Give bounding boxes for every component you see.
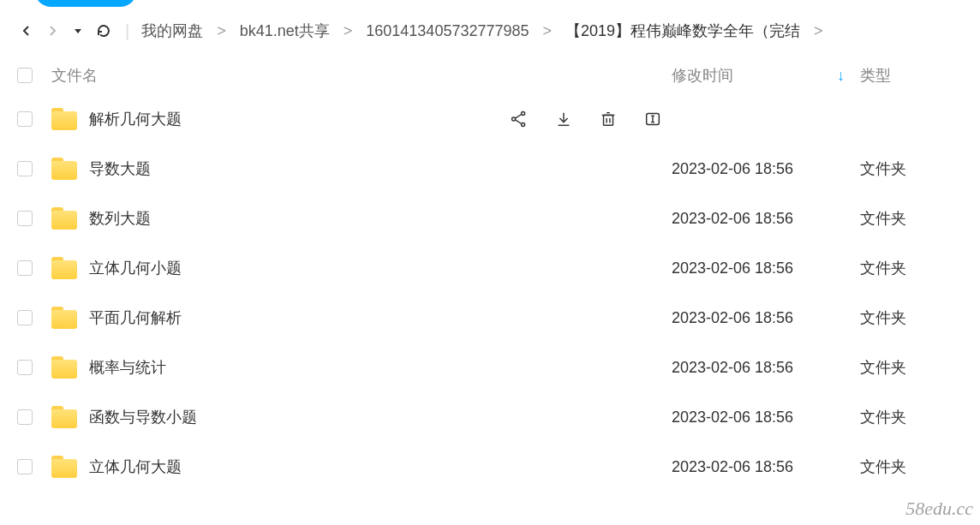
- file-type: 文件夹: [860, 158, 906, 179]
- svg-line-4: [515, 115, 521, 119]
- file-row[interactable]: 导数大题2023-02-06 18:56文件夹: [0, 144, 980, 194]
- file-type: 文件夹: [860, 258, 906, 278]
- rename-icon[interactable]: [642, 109, 663, 129]
- delete-icon[interactable]: [598, 109, 618, 129]
- chevron-right-icon: >: [543, 22, 553, 40]
- file-name: 立体几何大题: [89, 456, 182, 477]
- svg-point-2: [522, 112, 525, 116]
- download-icon[interactable]: [553, 109, 574, 129]
- breadcrumb-item[interactable]: 1601413405732777985: [366, 22, 529, 40]
- file-time: 2023-02-06 18:56: [672, 309, 793, 327]
- divider: |: [125, 21, 129, 41]
- file-time: 2023-02-06 18:56: [672, 210, 793, 228]
- column-header-time[interactable]: 修改时间 ↓: [672, 65, 860, 86]
- file-name: 导数大题: [89, 158, 151, 179]
- file-type: 文件夹: [860, 407, 906, 427]
- row-checkbox[interactable]: [17, 211, 33, 226]
- file-row[interactable]: 立体几何小题2023-02-06 18:56文件夹: [0, 243, 980, 293]
- file-time: 2023-02-06 18:56: [672, 160, 793, 178]
- chevron-right-icon: >: [217, 22, 226, 40]
- breadcrumb-root[interactable]: 我的网盘: [141, 21, 203, 41]
- row-checkbox[interactable]: [17, 459, 33, 474]
- column-header-name[interactable]: 文件名: [51, 65, 672, 86]
- watermark: 58edu.cc: [905, 498, 973, 520]
- row-checkbox[interactable]: [17, 310, 33, 325]
- navigation-bar: | 我的网盘 > bk41.net共享 > 160141340573277798…: [0, 0, 980, 57]
- file-name: 立体几何小题: [89, 258, 182, 278]
- folder-icon: [51, 307, 77, 329]
- chevron-right-icon: >: [814, 22, 823, 40]
- file-row[interactable]: 概率与统计2023-02-06 18:56文件夹: [0, 343, 980, 392]
- sort-descending-icon: ↓: [837, 67, 845, 85]
- file-name: 解析几何大题: [89, 109, 182, 129]
- file-row[interactable]: 数列大题2023-02-06 18:56文件夹: [0, 194, 980, 243]
- file-time: 2023-02-06 18:56: [672, 458, 793, 476]
- file-type: 文件夹: [860, 456, 906, 477]
- breadcrumb-item[interactable]: 【2019】程伟巅峰数学全年（完结: [565, 21, 800, 41]
- file-name: 概率与统计: [89, 357, 166, 378]
- chevron-right-icon: >: [344, 22, 353, 40]
- back-button[interactable]: [17, 21, 36, 40]
- row-checkbox[interactable]: [17, 409, 33, 425]
- file-type: 文件夹: [860, 307, 906, 328]
- svg-marker-0: [75, 29, 81, 33]
- file-name: 数列大题: [89, 208, 151, 229]
- file-name: 平面几何解析: [89, 307, 182, 328]
- select-all-checkbox[interactable]: [17, 68, 33, 83]
- row-checkbox[interactable]: [17, 260, 33, 276]
- svg-point-1: [512, 117, 516, 121]
- file-type: 文件夹: [860, 357, 906, 378]
- dropdown-icon[interactable]: [69, 21, 87, 40]
- file-type: 文件夹: [860, 208, 906, 229]
- svg-rect-8: [604, 115, 613, 125]
- folder-icon: [51, 406, 77, 428]
- row-checkbox[interactable]: [17, 360, 33, 375]
- file-list: 解析几何大题2023-02-06 18:56文件夹导数大题2023-02-06 …: [0, 94, 980, 492]
- folder-icon: [51, 356, 77, 379]
- file-time: 2023-02-06 18:56: [672, 359, 793, 377]
- folder-icon: [51, 108, 77, 130]
- refresh-button[interactable]: [94, 21, 113, 40]
- breadcrumb-item[interactable]: bk41.net共享: [240, 21, 330, 41]
- folder-icon: [51, 456, 77, 478]
- file-row[interactable]: 立体几何大题2023-02-06 18:56文件夹: [0, 442, 980, 492]
- file-row[interactable]: 平面几何解析2023-02-06 18:56文件夹: [0, 293, 980, 343]
- forward-button[interactable]: [43, 21, 62, 40]
- column-header-type[interactable]: 类型: [860, 65, 963, 86]
- file-row[interactable]: 解析几何大题2023-02-06 18:56文件夹: [0, 94, 980, 144]
- file-row[interactable]: 函数与导数小题2023-02-06 18:56文件夹: [0, 392, 980, 442]
- svg-point-3: [522, 122, 525, 126]
- row-checkbox[interactable]: [17, 111, 33, 127]
- folder-icon: [51, 158, 77, 180]
- primary-button-remnant: [34, 0, 137, 7]
- file-name: 函数与导数小题: [89, 407, 197, 427]
- svg-line-5: [515, 120, 521, 124]
- column-header-row: 文件名 修改时间 ↓ 类型: [0, 57, 980, 94]
- folder-icon: [51, 207, 77, 230]
- share-icon[interactable]: [509, 109, 529, 129]
- file-time: 2023-02-06 18:56: [672, 409, 793, 427]
- folder-icon: [51, 257, 77, 279]
- row-checkbox[interactable]: [17, 161, 33, 176]
- file-time: 2023-02-06 18:56: [672, 260, 793, 277]
- row-actions: [509, 109, 663, 129]
